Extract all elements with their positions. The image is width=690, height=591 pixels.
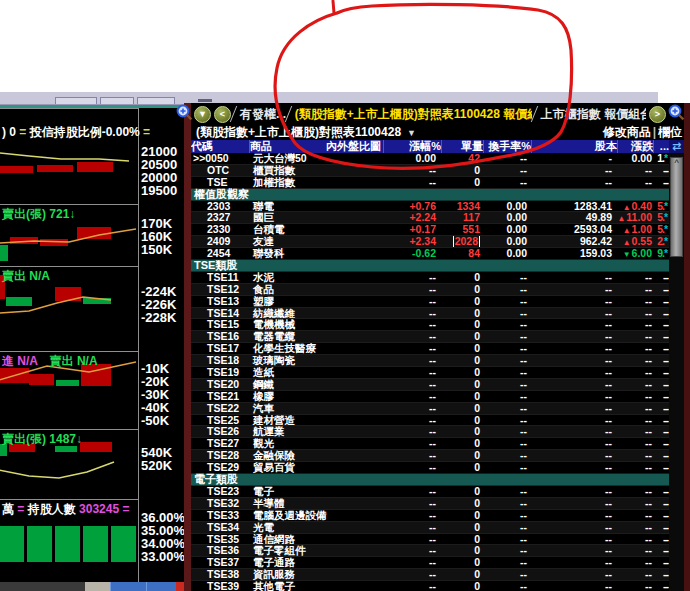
- table-row[interactable]: TSE12食品--0--------: [191, 284, 669, 296]
- cell-turnover: --: [483, 331, 531, 342]
- cell-pct-change: --: [383, 391, 441, 402]
- table-row[interactable]: TSE20鋼鐵--0--------: [191, 379, 669, 391]
- table-row[interactable]: TSE14紡織纖維--0--------: [191, 308, 669, 320]
- cell-name: 國巨: [249, 212, 383, 223]
- table-row[interactable]: TSE28金融保險--0--------: [191, 450, 669, 462]
- cell-change: ▼6.00: [617, 248, 653, 259]
- cell-capital: --: [531, 308, 617, 319]
- table-row[interactable]: TSE26航運業--0--------: [191, 426, 669, 438]
- tab-2[interactable]: 上市櫃指數 報價組合: [537, 106, 646, 123]
- cell-change: ▲11.00: [617, 212, 653, 223]
- scrollbar-thumb[interactable]: ^: [670, 157, 683, 257]
- table-row[interactable]: TSE18玻璃陶瓷--0--------: [191, 355, 669, 367]
- table-row[interactable]: 2409友達+2.3420280.00962.42▲0.552.*: [191, 236, 669, 248]
- axis-label: -228K: [141, 311, 176, 324]
- taskbar-item[interactable]: [110, 582, 177, 591]
- cell-capital: --: [531, 545, 617, 556]
- col-header-turnover[interactable]: 換手率%: [483, 140, 531, 153]
- cell-change: --: [617, 391, 653, 402]
- table-row[interactable]: 2327國巨+2.241170.0049.89▲11.005.*: [191, 212, 669, 224]
- table-row[interactable]: TSE23電子--0--------: [191, 486, 669, 498]
- table-row[interactable]: 2330台積電+0.175510.002593.04▲1.005.*: [191, 224, 669, 236]
- taskbar-button[interactable]: [85, 582, 110, 591]
- axis-label: 19500: [141, 184, 177, 197]
- table-row[interactable]: TSE21橡膠--0--------: [191, 391, 669, 403]
- table-row[interactable]: TSE13塑膠--0--------: [191, 296, 669, 308]
- table-row[interactable]: 2303聯電+0.7613340.001283.41▲0.405.*: [191, 201, 669, 213]
- cell-pct-change: +0.17: [383, 224, 441, 235]
- table-row[interactable]: OTC櫃買指數--0--------: [191, 165, 669, 177]
- taskbar-divider: [146, 582, 147, 591]
- table-row[interactable]: 2454聯發科-0.62840.00159.03▼6.009.*: [191, 248, 669, 260]
- cell-name: 電機機械: [249, 319, 383, 330]
- table-row[interactable]: TSE16電器電纜--0--------: [191, 331, 669, 343]
- panel-title-segment: 進 N/A: [2, 354, 38, 368]
- col-header-volume[interactable]: 單量: [441, 140, 483, 153]
- cell-capital: --: [531, 498, 617, 509]
- table-row[interactable]: TSE35通信網路--0--------: [191, 534, 669, 546]
- panel-title-segment: ) 0: [2, 125, 19, 139]
- group-header-row: 權值股觀察: [191, 189, 669, 201]
- swap-columns-icon[interactable]: ⇄: [669, 140, 684, 153]
- table-row[interactable]: TSE38資訊服務--0--------: [191, 569, 669, 581]
- table-row[interactable]: TSE37電子通路--0--------: [191, 557, 669, 569]
- panel-title-segment: 持股人數: [24, 502, 79, 516]
- cell-capital: --: [531, 319, 617, 330]
- table-row[interactable]: TSE34光電--0--------: [191, 522, 669, 534]
- forward-button[interactable]: >: [649, 106, 666, 123]
- zoom-in-icon[interactable]: [176, 104, 193, 121]
- back-button[interactable]: <: [214, 106, 231, 123]
- cell-name: 水泥: [249, 272, 383, 283]
- y-axis-labels: 540K520K: [141, 446, 172, 472]
- table-row[interactable]: TSE15電機機械--0--------: [191, 319, 669, 331]
- cell-change: --: [617, 403, 653, 414]
- table-row[interactable]: TSE11水泥--0--------: [191, 272, 669, 284]
- volume-edit-box[interactable]: 2028: [453, 236, 480, 247]
- chevron-down-icon[interactable]: ▼: [401, 128, 416, 138]
- cell-name: 通信網路: [249, 534, 383, 545]
- table-row[interactable]: TSE加權指數--0--------: [191, 177, 669, 189]
- cell-pct-change: --: [383, 438, 441, 449]
- col-header-change[interactable]: 漲跌: [617, 140, 653, 153]
- table-row[interactable]: TSE17化學生技醫療--0--------: [191, 343, 669, 355]
- cell-volume: 0: [441, 498, 483, 509]
- table-row[interactable]: TSE29貿易百貨--0--------: [191, 462, 669, 474]
- dropdown-button[interactable]: ▼: [194, 106, 211, 123]
- cell-truncated-price: 5.*: [653, 212, 669, 223]
- table-row[interactable]: TSE39其他電子--0--------: [191, 581, 669, 591]
- cell-turnover: --: [483, 557, 531, 568]
- down-arrow-icon: ▼: [623, 250, 632, 259]
- table-row[interactable]: TSE27觀光--0--------: [191, 438, 669, 450]
- table-row[interactable]: TSE32半導體--0--------: [191, 498, 669, 510]
- panel-sell-na-1: 賣出 N/A -224K-226K-228K: [0, 266, 184, 351]
- note-asterisk: *: [664, 248, 668, 259]
- cell-pct-change: --: [383, 557, 441, 568]
- vertical-scrollbar[interactable]: ^: [669, 153, 684, 591]
- columns-button[interactable]: 欄位: [658, 125, 682, 139]
- modify-product-button[interactable]: 修改商品: [603, 125, 651, 139]
- col-header-code[interactable]: 代碼: [191, 140, 249, 153]
- table-row[interactable]: TSE25建材營造--0--------: [191, 415, 669, 427]
- table-row[interactable]: TSE19造紙--0--------: [191, 367, 669, 379]
- cell-turnover: --: [483, 367, 531, 378]
- cell-name: 半導體: [249, 498, 383, 509]
- table-row[interactable]: TSE36電子零組件--0--------: [191, 545, 669, 557]
- cell-volume: 0: [441, 581, 483, 591]
- zoom-in-icon[interactable]: [668, 104, 685, 121]
- cell-change: --: [617, 272, 653, 283]
- table-row[interactable]: >>0050元大台灣500.0042---0.001.*: [191, 153, 669, 165]
- cell-change: --: [617, 581, 653, 591]
- cell-code: TSE16: [191, 331, 249, 342]
- col-header-more[interactable]: ...: [653, 140, 669, 153]
- table-row[interactable]: TSE22汽車--0--------: [191, 403, 669, 415]
- tab-0[interactable]: 有發權...: [236, 106, 286, 123]
- tab-1[interactable]: (類股指數+上市上櫃股)對照表1100428 報價組合: [291, 106, 532, 123]
- cell-turnover: --: [483, 438, 531, 449]
- col-header-name[interactable]: 商品內外盤比圖: [249, 140, 383, 153]
- cell-change: --: [617, 367, 653, 378]
- table-row[interactable]: TSE33電腦及週邊設備--0--------: [191, 510, 669, 522]
- col-header-pct[interactable]: 漲幅%: [383, 140, 441, 153]
- quote-table: >>0050元大台灣500.0042---0.001.*OTC櫃買指數--0--…: [191, 153, 669, 591]
- col-header-capital[interactable]: 股本: [531, 140, 617, 153]
- cell-pct-change: --: [383, 450, 441, 461]
